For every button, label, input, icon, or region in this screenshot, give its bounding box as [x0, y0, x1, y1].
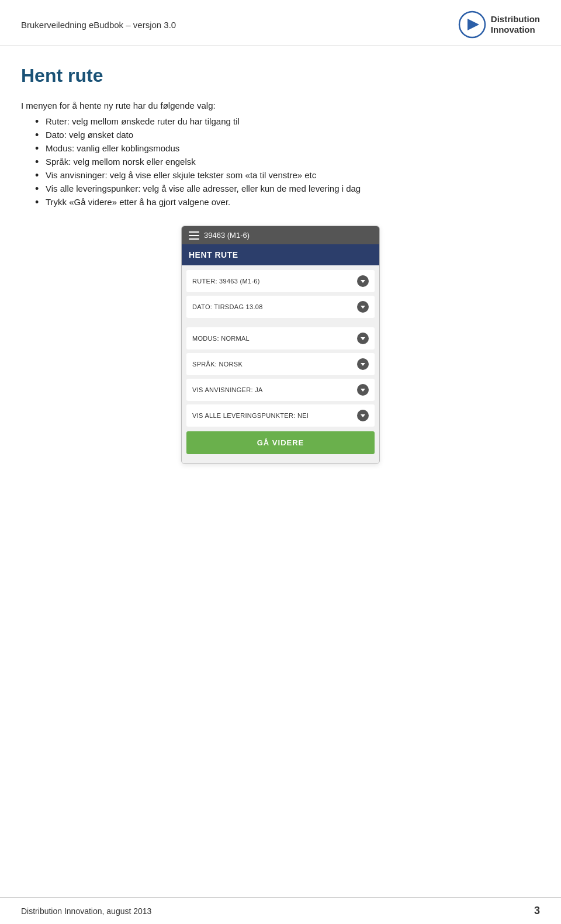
sprak-label: SPRÅK: NORSK [192, 361, 243, 368]
form-section: RUTER: 39463 (M1-6) DATO: TIRSDAG 13.08 … [182, 265, 379, 463]
phone-topbar: 39463 (M1-6) [182, 226, 379, 244]
list-item: Språk: velg mellom norsk eller engelsk [35, 157, 540, 167]
hent-rute-header: HENT RUTE [182, 244, 379, 265]
modus-dropdown-arrow[interactable] [357, 333, 369, 344]
ruter-label: RUTER: 39463 (M1-6) [192, 278, 260, 285]
bullet-list: Ruter: velg mellom ønskede ruter du har … [21, 116, 540, 207]
list-item: Vis alle leveringspunker: velg å vise al… [35, 184, 540, 193]
list-item: Trykk «Gå videre» etter å ha gjort valge… [35, 197, 540, 207]
form-row-sprak[interactable]: SPRÅK: NORSK [186, 353, 375, 375]
logo-icon [458, 11, 486, 39]
sprak-dropdown-arrow[interactable] [357, 358, 369, 370]
logo-container: Distribution Innovation [458, 11, 540, 39]
header-title: Brukerveiledning eBudbok – versjon 3.0 [21, 20, 176, 30]
dato-dropdown-arrow[interactable] [357, 301, 369, 313]
ruter-dropdown-arrow[interactable] [357, 275, 369, 287]
menu-icon [189, 231, 199, 240]
list-item: Modus: vanlig eller koblingsmodus [35, 143, 540, 153]
svg-marker-1 [468, 19, 479, 30]
vis-anvisninger-label: VIS ANVISNINGER: JA [192, 386, 263, 393]
page-title: Hent rute [21, 65, 540, 86]
form-divider [182, 321, 379, 327]
intro-text: I menyen for å hente ny rute har du følg… [21, 101, 540, 110]
form-row-vis-alle[interactable]: VIS ALLE LEVERINGSPUNKTER: NEI [186, 404, 375, 427]
mockup-wrapper: 39463 (M1-6) HENT RUTE RUTER: 39463 (M1-… [21, 226, 540, 464]
modus-label: MODUS: NORMAL [192, 335, 250, 342]
phone-mockup: 39463 (M1-6) HENT RUTE RUTER: 39463 (M1-… [181, 226, 380, 464]
logo-text-line1: Distribution [491, 14, 540, 25]
topbar-label: 39463 (M1-6) [204, 231, 250, 240]
form-row-dato[interactable]: DATO: TIRSDAG 13.08 [186, 296, 375, 318]
go-button[interactable]: GÅ VIDERE [186, 431, 375, 454]
page-header: Brukerveiledning eBudbok – versjon 3.0 D… [0, 0, 561, 46]
dato-label: DATO: TIRSDAG 13.08 [192, 303, 263, 310]
logo-text-line2: Innovation [491, 25, 540, 35]
main-content: Hent rute I menyen for å hente ny rute h… [0, 46, 561, 518]
footer-text: Distribution Innovation, august 2013 [21, 906, 151, 916]
vis-alle-dropdown-arrow[interactable] [357, 410, 369, 421]
form-row-vis-anvisninger[interactable]: VIS ANVISNINGER: JA [186, 379, 375, 401]
list-item: Dato: velg ønsket dato [35, 130, 540, 140]
form-row-ruter[interactable]: RUTER: 39463 (M1-6) [186, 270, 375, 292]
page-footer: Distribution Innovation, august 2013 3 [0, 897, 561, 924]
form-row-modus[interactable]: MODUS: NORMAL [186, 327, 375, 349]
vis-alle-label: VIS ALLE LEVERINGSPUNKTER: NEI [192, 412, 309, 419]
logo-text: Distribution Innovation [491, 14, 540, 35]
vis-anvisninger-dropdown-arrow[interactable] [357, 384, 369, 396]
footer-page-number: 3 [534, 905, 540, 917]
list-item: Ruter: velg mellom ønskede ruter du har … [35, 116, 540, 126]
list-item: Vis anvisninger: velg å vise eller skjul… [35, 170, 540, 180]
